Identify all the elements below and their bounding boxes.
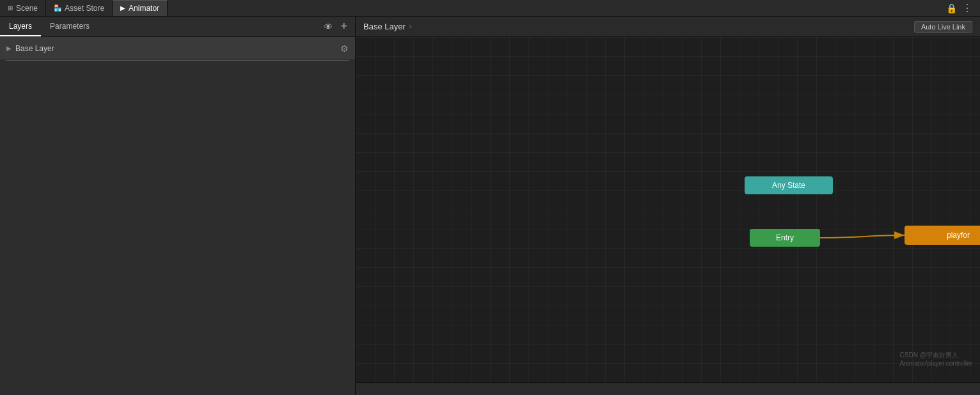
add-icon: +: [340, 20, 347, 33]
settings-icon[interactable]: ⚙: [340, 43, 349, 54]
add-layer-button[interactable]: +: [339, 19, 349, 35]
tab-bar: ⊞ Scene 🏪 Asset Store ▶ Animator 🔒 ⋮: [0, 0, 980, 17]
entry-label: Entry: [776, 233, 794, 242]
left-panel: Layers Parameters 👁 + ▶ Base Layer ⚙: [0, 17, 356, 395]
playfor-node[interactable]: playfor: [905, 226, 980, 245]
panel-tab-layers[interactable]: Layers: [0, 17, 41, 36]
playfor-label: playfor: [947, 231, 970, 240]
eye-icon: 👁: [324, 22, 333, 32]
entry-node[interactable]: Entry: [750, 229, 820, 247]
lock-icon[interactable]: 🔒: [946, 3, 957, 13]
eye-button[interactable]: 👁: [322, 20, 334, 33]
panel-tabs: Layers Parameters 👁 +: [0, 17, 355, 37]
panel-tab-actions: 👁 +: [322, 19, 355, 35]
any-state-node[interactable]: Any State: [745, 176, 833, 194]
expand-icon: ▶: [6, 45, 12, 52]
tab-scene[interactable]: ⊞ Scene: [0, 0, 46, 16]
auto-live-link-button[interactable]: Auto Live Link: [914, 21, 972, 33]
more-icon[interactable]: ⋮: [962, 2, 972, 14]
animator-header: Base Layer › Auto Live Link: [356, 17, 980, 37]
base-layer-name: Base Layer: [15, 44, 340, 53]
watermark: CSDN @宇宙好男人 Animator/player.controller: [900, 351, 972, 367]
base-layer-item[interactable]: ▶ Base Layer ⚙: [0, 37, 355, 60]
top-right-icons: 🔒 ⋮: [946, 2, 980, 14]
main-layout: Layers Parameters 👁 + ▶ Base Layer ⚙: [0, 17, 980, 395]
panel-tab-parameters[interactable]: Parameters: [41, 17, 99, 36]
animator-arrows: [356, 37, 980, 382]
asset-store-icon: 🏪: [54, 4, 61, 12]
animator-icon: ▶: [120, 4, 125, 12]
right-panel: Base Layer › Auto Live Link Any State: [356, 17, 980, 395]
tab-asset-store[interactable]: 🏪 Asset Store: [46, 0, 113, 16]
layer-divider: [6, 60, 349, 61]
breadcrumb-label: Base Layer: [363, 22, 406, 31]
animator-canvas[interactable]: Any State Entry playfor Exit CSDN @宇宙好男人…: [356, 37, 980, 382]
tab-animator[interactable]: ▶ Animator: [113, 0, 168, 16]
any-state-label: Any State: [772, 181, 805, 190]
bottom-bar: [356, 382, 980, 395]
breadcrumb-arrow: ›: [409, 23, 411, 30]
scene-icon: ⊞: [8, 4, 13, 12]
